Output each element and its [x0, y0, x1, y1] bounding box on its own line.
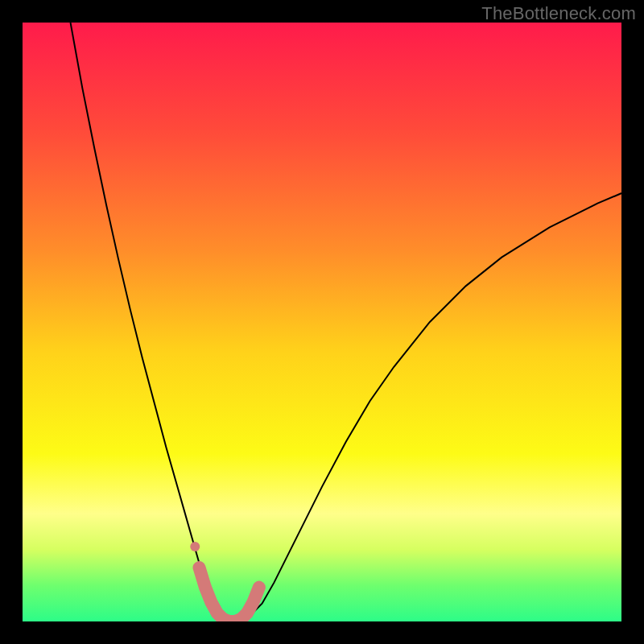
marker-layer: [190, 542, 200, 551]
chart-frame: TheBottleneck.com: [0, 0, 644, 644]
highlight-dot: [190, 542, 200, 551]
gradient-background: [23, 23, 621, 621]
watermark-text: TheBottleneck.com: [481, 3, 636, 24]
bottleneck-chart: [23, 23, 621, 621]
